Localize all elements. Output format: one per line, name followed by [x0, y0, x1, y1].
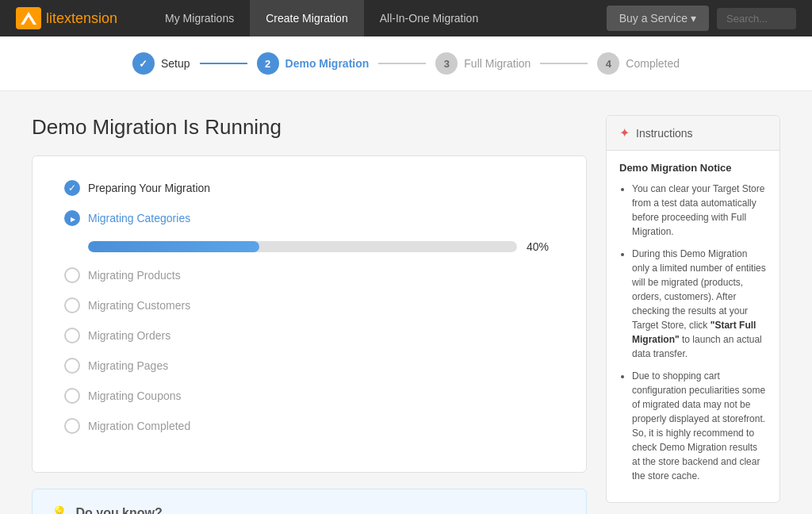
- status-icon-preparing: [64, 180, 80, 196]
- navbar: litextension My Migrations Create Migrat…: [0, 0, 812, 36]
- content-left: Demo Migration Is Running Preparing Your…: [32, 115, 587, 514]
- brand-text: litextension: [46, 10, 117, 27]
- step-connector-3: [540, 63, 588, 64]
- step-label-full: Full Migration: [464, 57, 530, 70]
- migration-item-customers: Migrating Customers: [64, 297, 554, 313]
- instructions-item-0: You can clear your Target Store from a t…: [632, 182, 767, 239]
- status-icon-orders: [64, 328, 80, 343]
- migration-label-products: Migrating Products: [88, 269, 181, 282]
- migration-item-migration-completed: Migration Completed: [64, 418, 554, 434]
- buy-service-button[interactable]: Buy a Service ▾: [607, 6, 709, 31]
- steps-container: Setup 2 Demo Migration 3 Full Migration …: [0, 36, 812, 91]
- progress-container: 40%: [88, 240, 554, 253]
- step-circle-demo: 2: [257, 52, 279, 75]
- gear-icon: ✦: [619, 125, 630, 140]
- step-completed: 4 Completed: [597, 52, 680, 75]
- migration-item-coupons: Migrating Coupons: [64, 388, 554, 404]
- sidebar: ✦ Instructions Demo Migration Notice You…: [606, 115, 780, 514]
- migration-item-pages: Migrating Pages: [64, 358, 554, 374]
- step-circle-setup: [132, 52, 155, 75]
- migration-box: Preparing Your Migration Migrating Categ…: [32, 155, 587, 473]
- brand-icon: [16, 7, 41, 29]
- instructions-item-1: During this Demo Migration only a limite…: [632, 247, 767, 361]
- running-play-icon: [69, 214, 75, 223]
- step-connector-2: [378, 63, 426, 64]
- nav-create-migration[interactable]: Create Migration: [250, 0, 364, 36]
- step-label-demo: Demo Migration: [285, 57, 370, 70]
- step-circle-completed: 4: [597, 52, 619, 75]
- info-box: 💡 Do you know? Migration is running in b…: [32, 489, 587, 514]
- progress-bar-background: [88, 241, 517, 252]
- nav-my-migrations[interactable]: My Migrations: [149, 0, 250, 36]
- search-input[interactable]: [717, 8, 796, 29]
- step-circle-full: 3: [435, 52, 458, 75]
- migration-item-orders: Migrating Orders: [64, 328, 554, 343]
- status-icon-customers: [64, 297, 80, 313]
- nav-links: My Migrations Create Migration All-In-On…: [149, 0, 607, 36]
- instructions-title: Instructions: [636, 127, 693, 140]
- migration-label-orders: Migrating Orders: [88, 329, 170, 342]
- lightbulb-icon: 💡: [52, 506, 67, 514]
- step-setup: Setup: [132, 52, 190, 75]
- status-icon-categories: [64, 210, 80, 226]
- step-label-completed: Completed: [626, 57, 680, 70]
- migration-item-categories: Migrating Categories: [64, 210, 554, 226]
- done-checkmark-icon: [68, 182, 76, 194]
- migration-label-categories: Migrating Categories: [88, 212, 190, 224]
- migration-label-coupons: Migrating Coupons: [88, 389, 182, 402]
- brand-logo: litextension: [16, 7, 117, 29]
- step-full-migration: 3 Full Migration: [435, 52, 530, 75]
- step-demo-migration: 2 Demo Migration: [257, 52, 370, 75]
- instructions-list: You can clear your Target Store from a t…: [619, 182, 767, 483]
- chevron-down-icon: ▾: [691, 12, 696, 25]
- info-box-title: 💡 Do you know?: [52, 505, 567, 514]
- main-content: Demo Migration Is Running Preparing Your…: [0, 91, 812, 514]
- status-icon-pages: [64, 358, 80, 374]
- migration-label-pages: Migrating Pages: [88, 359, 168, 372]
- step-label-setup: Setup: [161, 57, 190, 70]
- checkmark-icon: [139, 58, 147, 70]
- progress-percentage: 40%: [527, 240, 554, 253]
- instructions-box: ✦ Instructions Demo Migration Notice You…: [606, 115, 780, 503]
- status-icon-products: [64, 267, 80, 283]
- migration-item-products: Migrating Products: [64, 267, 554, 283]
- page-title: Demo Migration Is Running: [32, 115, 587, 140]
- step-connector-1: [200, 63, 247, 64]
- nav-right: Buy a Service ▾: [607, 6, 796, 31]
- migration-label-preparing: Preparing Your Migration: [88, 182, 210, 194]
- status-icon-coupons: [64, 388, 80, 404]
- status-icon-migration-completed: [64, 418, 80, 434]
- instructions-item-2: Due to shopping cart configuration pecul…: [632, 369, 767, 483]
- progress-bar-fill: [88, 241, 259, 252]
- instructions-notice-title: Demo Migration Notice: [619, 162, 767, 174]
- migration-label-migration-completed: Migration Completed: [88, 420, 190, 432]
- migration-label-customers: Migrating Customers: [88, 299, 190, 312]
- instructions-body: Demo Migration Notice You can clear your…: [607, 151, 779, 502]
- migration-item-preparing: Preparing Your Migration: [64, 180, 554, 196]
- instructions-header: ✦ Instructions: [607, 116, 779, 151]
- nav-all-in-one[interactable]: All-In-One Migration: [364, 0, 495, 36]
